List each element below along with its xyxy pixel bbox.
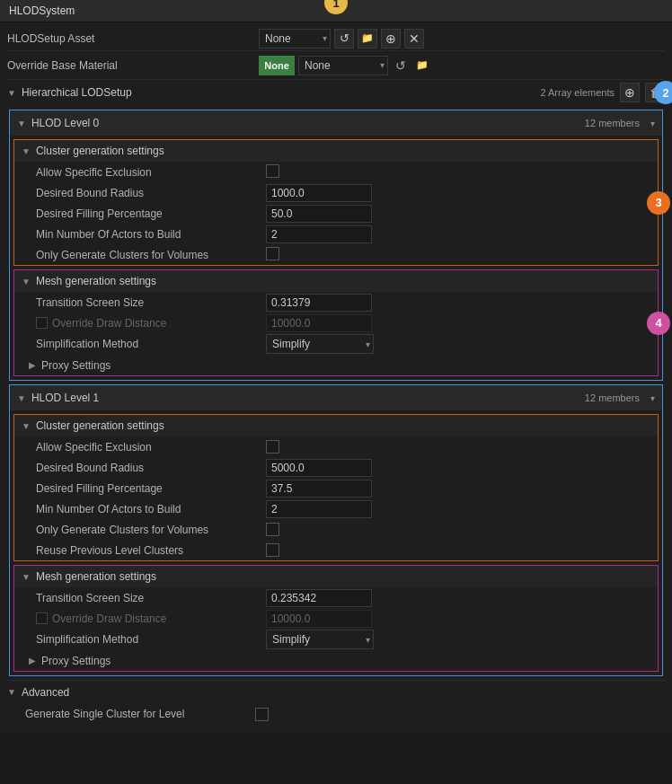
allow-exclusion-cb-1[interactable] xyxy=(266,440,279,454)
radius-label-0: Desired Bound Radius xyxy=(36,187,266,199)
hlod-setup-row: HLODSetup Asset None ▾ ↺ 📁 ⊕ ✕ xyxy=(7,26,665,51)
radius-row-0: Desired Bound Radius xyxy=(14,182,658,203)
min-actors-val-0 xyxy=(266,225,372,243)
override-distance-label-1: Override Draw Distance xyxy=(36,612,266,625)
filling-row-1: Desired Filling Percentage xyxy=(14,478,658,498)
proxy-arrow-0: ▶ xyxy=(29,360,36,370)
clear-icon-btn[interactable]: ✕ xyxy=(404,29,424,48)
reuse-cb-1[interactable] xyxy=(266,543,279,557)
proxy-row-1: ▶ Proxy Settings xyxy=(14,650,658,671)
badge-4: 4 xyxy=(647,312,670,335)
reuse-label-1: Reuse Previous Level Clusters xyxy=(36,544,266,557)
min-actors-input-0[interactable] xyxy=(266,225,372,243)
filling-label-0: Desired Filling Percentage xyxy=(36,207,266,220)
filling-val-0 xyxy=(266,205,372,223)
override-distance-val-0 xyxy=(266,314,372,332)
none-select-wrapper[interactable]: None ▾ xyxy=(259,29,331,48)
browse-icon-btn[interactable]: 📁 xyxy=(358,29,377,48)
transition-row-0: Transition Screen Size xyxy=(14,292,658,313)
override-distance-row-1: Override Draw Distance xyxy=(14,608,658,629)
override-dist-cb-1[interactable] xyxy=(36,612,48,624)
mat-reset-btn[interactable]: ↺ xyxy=(392,57,410,75)
filling-input-1[interactable] xyxy=(266,480,372,498)
add-array-btn[interactable]: ⊕ xyxy=(620,83,640,102)
generate-cb[interactable] xyxy=(255,708,269,721)
filling-input-0[interactable] xyxy=(266,205,372,223)
mesh1-box: ▼ Mesh generation settings Transition Sc… xyxy=(13,565,659,672)
radius-input-1[interactable] xyxy=(266,459,372,477)
mesh0-title: Mesh generation settings xyxy=(36,275,156,287)
only-volumes-cb-1[interactable] xyxy=(266,523,279,536)
hlod1-header: ▼ HLOD Level 1 12 members ▾ xyxy=(10,385,662,410)
only-volumes-row-1: Only Generate Clusters for Volumes xyxy=(14,519,658,540)
cluster0-header: ▼ Cluster generation settings xyxy=(14,140,658,162)
only-volumes-cb-0[interactable] xyxy=(266,247,279,260)
badge-2: 2 xyxy=(654,81,672,104)
hlod0-title: HLOD Level 0 xyxy=(31,117,99,129)
proxy-label-0[interactable]: Proxy Settings xyxy=(41,359,111,372)
mesh0-box: ▼ Mesh generation settings 4 Transition … xyxy=(13,269,659,376)
transition-input-1[interactable] xyxy=(266,589,372,607)
radius-input-0[interactable] xyxy=(266,184,372,202)
simplification-val-0: Simplify Merge Approximate None ▾ xyxy=(266,334,374,354)
none-color-btn[interactable]: None xyxy=(259,56,295,75)
advanced-title: Advanced xyxy=(22,686,69,699)
min-actors-label-0: Min Number Of Actors to Build xyxy=(36,228,266,241)
min-actors-input-1[interactable] xyxy=(266,500,372,518)
simplification-val-1: Simplify Merge Approximate None ▾ xyxy=(266,630,374,649)
min-actors-row-0: Min Number Of Actors to Build xyxy=(14,224,658,244)
mesh1-header: ▼ Mesh generation settings xyxy=(14,566,658,587)
hlod-setup-label: HLODSetup Asset xyxy=(7,32,259,45)
generate-row: Generate Single Cluster for Level xyxy=(7,703,665,725)
proxy-label-1[interactable]: Proxy Settings xyxy=(41,655,111,667)
generate-label: Generate Single Cluster for Level xyxy=(25,708,255,720)
allow-exclusion-label-1: Allow Specific Exclusion xyxy=(36,441,266,454)
cluster1-header: ▼ Cluster generation settings xyxy=(14,415,658,436)
only-volumes-label-1: Only Generate Clusters for Volumes xyxy=(36,524,266,536)
add-icon-btn[interactable]: ⊕ xyxy=(381,29,401,48)
hierarchical-setup-header: ▼ Hierarchical LODSetup 2 Array elements… xyxy=(7,80,665,106)
title-bar: HLODSystem 1 xyxy=(0,0,672,22)
hlod-setup-select[interactable]: None xyxy=(259,29,331,48)
simplification-label-1: Simplification Method xyxy=(36,633,266,646)
hlod-setup-controls: None ▾ ↺ 📁 ⊕ ✕ xyxy=(259,29,665,48)
min-actors-label-1: Min Number Of Actors to Build xyxy=(36,503,266,515)
material-select-wrapper[interactable]: None ▾ xyxy=(298,56,388,75)
cluster0-box: ▼ Cluster generation settings 3 Allow Sp… xyxy=(13,139,659,266)
transition-input-0[interactable] xyxy=(266,294,372,312)
radius-row-1: Desired Bound Radius xyxy=(14,457,658,478)
mesh1-arrow: ▼ xyxy=(22,572,31,582)
main-content: HLODSetup Asset None ▾ ↺ 📁 ⊕ ✕ Override … xyxy=(0,22,672,732)
override-material-controls: None None ▾ ↺ 📁 xyxy=(259,56,665,75)
allow-exclusion-label-0: Allow Specific Exclusion xyxy=(36,166,266,179)
override-dist-input-1[interactable] xyxy=(266,610,372,628)
allow-exclusion-cb-0[interactable] xyxy=(266,164,279,178)
reuse-row-1: Reuse Previous Level Clusters xyxy=(14,540,658,560)
proxy-row-0: ▶ Proxy Settings xyxy=(14,355,658,375)
override-dist-input-0[interactable] xyxy=(266,314,372,332)
cluster1-title: Cluster generation settings xyxy=(36,419,164,432)
override-dist-cb-0[interactable] xyxy=(36,317,48,329)
mesh1-title: Mesh generation settings xyxy=(36,570,156,583)
cluster0-arrow: ▼ xyxy=(22,146,31,156)
transition-val-0 xyxy=(266,294,372,312)
transition-row-1: Transition Screen Size xyxy=(14,587,658,608)
allow-exclusion-row-1: Allow Specific Exclusion xyxy=(14,436,658,457)
simplification-label-0: Simplification Method xyxy=(36,338,266,350)
hlod0-members: 12 members xyxy=(585,118,640,128)
cluster0-title: Cluster generation settings xyxy=(36,145,164,157)
reset-icon-btn[interactable]: ↺ xyxy=(334,29,354,48)
material-select[interactable]: None xyxy=(298,56,388,75)
mesh0-header: ▼ Mesh generation settings xyxy=(14,270,658,292)
override-distance-label-0: Override Draw Distance xyxy=(36,317,266,330)
mat-browse-btn[interactable]: 📁 xyxy=(413,57,431,75)
hlod1-title: HLOD Level 1 xyxy=(31,392,99,404)
simplification-select-1[interactable]: Simplify Merge Approximate None xyxy=(266,630,374,649)
only-volumes-row-0: Only Generate Clusters for Volumes xyxy=(14,244,658,265)
override-material-label: Override Base Material xyxy=(7,59,259,72)
badge-1: 1 xyxy=(324,0,348,14)
hier-arrow: ▼ xyxy=(7,88,16,98)
proxy-arrow-1: ▶ xyxy=(29,656,36,665)
simplification-select-0[interactable]: Simplify Merge Approximate None xyxy=(266,334,374,354)
min-actors-row-1: Min Number Of Actors to Build xyxy=(14,498,658,519)
